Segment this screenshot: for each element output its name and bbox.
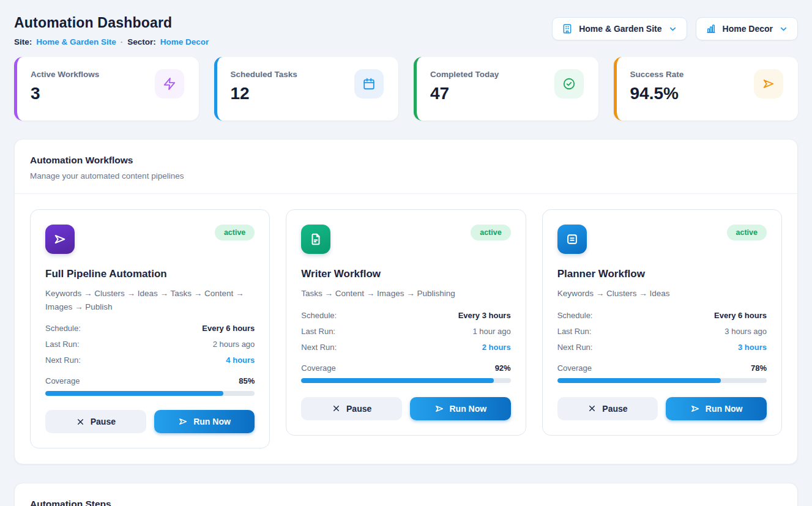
stat-card-completed-today: Completed Today 47 (414, 57, 598, 121)
last-run-value: 2 hours ago (213, 340, 255, 349)
workflow-buttons: Pause Run Now (45, 410, 255, 433)
coverage-progress-fill (45, 391, 223, 396)
stat-card-active-workflows: Active Workflows 3 (14, 57, 199, 121)
last-run-row: Last Run: 3 hours ago (557, 327, 767, 336)
page-header: Automation Dashboard Site: Home & Garden… (14, 15, 798, 47)
workflows-section-header: Automation Workflows Manage your automat… (15, 140, 797, 194)
send-icon (178, 417, 188, 426)
run-now-button[interactable]: Run Now (666, 397, 767, 420)
pause-button-label: Pause (346, 404, 371, 414)
workflow-card-planner: active Planner Workflow Keywords → Clust… (542, 209, 782, 436)
stat-card-success-rate: Success Rate 94.5% (614, 57, 799, 121)
coverage-label: Coverage (557, 363, 592, 373)
sector-link[interactable]: Home Decor (160, 37, 209, 47)
workflow-card-top: active (301, 225, 510, 254)
schedule-label: Schedule: (45, 324, 81, 333)
building-icon (562, 23, 573, 34)
file-icon (301, 225, 330, 254)
coverage-progress-fill (301, 378, 494, 383)
status-badge: active (215, 225, 255, 240)
last-run-label: Last Run: (45, 340, 80, 349)
workflow-card-writer: active Writer Workflow Tasks → Content →… (286, 209, 526, 436)
run-now-button[interactable]: Run Now (410, 397, 511, 420)
last-run-label: Last Run: (557, 327, 592, 336)
schedule-value: Every 3 hours (458, 311, 511, 320)
coverage-row: Coverage 92% (301, 363, 510, 373)
workflow-title: Writer Workflow (301, 268, 510, 280)
schedule-value: Every 6 hours (202, 324, 255, 333)
schedule-label: Schedule: (557, 311, 593, 320)
send-icon (690, 404, 700, 414)
steps-section-header: Automation Steps Configure which steps a… (15, 483, 797, 506)
site-dropdown[interactable]: Home & Garden Site (552, 17, 687, 40)
coverage-progress-track (301, 378, 510, 383)
x-icon (76, 417, 85, 426)
workflow-description: Keywords → Clusters → Ideas (557, 287, 767, 300)
schedule-row: Schedule: Every 6 hours (45, 324, 255, 333)
site-link[interactable]: Home & Garden Site (36, 37, 116, 47)
next-run-value: 4 hours (226, 355, 255, 365)
pause-button[interactable]: Pause (557, 397, 658, 420)
workflow-description: Keywords → Clusters → Ideas → Tasks → Co… (45, 287, 255, 313)
next-run-label: Next Run: (301, 343, 337, 352)
workflow-meta: Schedule: Every 6 hours Last Run: 3 hour… (557, 311, 767, 352)
send-icon (434, 404, 444, 414)
pause-button[interactable]: Pause (45, 410, 146, 433)
header-actions: Home & Garden Site Home Decor (552, 17, 798, 40)
workflow-card-top: active (45, 225, 255, 254)
last-run-value: 3 hours ago (724, 327, 767, 336)
chevron-down-icon (779, 24, 788, 34)
check-circle-icon (554, 69, 584, 99)
coverage-progress-fill (557, 378, 721, 383)
run-now-button-label: Run Now (706, 404, 743, 414)
workflow-description: Tasks → Content → Images → Publishing (301, 287, 510, 300)
coverage-progress-track (557, 378, 767, 383)
next-run-row: Next Run: 3 hours (557, 343, 767, 352)
workflow-meta: Schedule: Every 6 hours Last Run: 2 hour… (45, 324, 255, 365)
sector-dropdown[interactable]: Home Decor (696, 17, 798, 40)
lightning-icon (155, 69, 184, 99)
breadcrumb: Site: Home & Garden Site · Sector: Home … (14, 37, 209, 47)
last-run-row: Last Run: 1 hour ago (301, 327, 510, 336)
workflows-section: Automation Workflows Manage your automat… (14, 139, 798, 464)
stat-card-scheduled-tasks: Scheduled Tasks 12 (214, 57, 399, 121)
workflow-meta: Schedule: Every 3 hours Last Run: 1 hour… (301, 311, 510, 352)
last-run-value: 1 hour ago (472, 327, 510, 336)
run-now-button-label: Run Now (450, 404, 487, 414)
schedule-row: Schedule: Every 6 hours (557, 311, 767, 320)
workflows-section-title: Automation Workflows (30, 155, 782, 166)
x-icon (332, 404, 341, 413)
next-run-row: Next Run: 4 hours (45, 355, 255, 365)
last-run-row: Last Run: 2 hours ago (45, 340, 255, 349)
coverage-row: Coverage 78% (557, 363, 767, 373)
coverage-label: Coverage (45, 376, 80, 385)
separator-dot: · (121, 37, 124, 47)
sector-dropdown-label: Home Decor (723, 24, 773, 34)
workflow-title: Full Pipeline Automation (45, 268, 255, 280)
next-run-value: 3 hours (738, 343, 767, 352)
pause-button-label: Pause (91, 417, 116, 426)
list-icon (557, 225, 587, 254)
status-badge: active (471, 225, 510, 240)
stats-row: Active Workflows 3 Scheduled Tasks 12 Co… (14, 57, 798, 121)
send-icon (754, 69, 783, 99)
steps-section: Automation Steps Configure which steps a… (14, 483, 798, 506)
coverage-value: 92% (495, 363, 511, 373)
schedule-row: Schedule: Every 3 hours (301, 311, 510, 320)
workflow-grid: active Full Pipeline Automation Keywords… (15, 194, 797, 464)
workflow-title: Planner Workflow (557, 268, 767, 280)
sector-label: Sector: (127, 37, 156, 47)
next-run-label: Next Run: (557, 343, 593, 352)
workflow-buttons: Pause Run Now (301, 397, 510, 420)
workflow-card-top: active (557, 225, 767, 254)
workflow-card-full-pipeline: active Full Pipeline Automation Keywords… (30, 209, 270, 448)
calendar-icon (354, 69, 384, 99)
next-run-value: 2 hours (482, 343, 511, 352)
coverage-label: Coverage (301, 363, 335, 373)
bar-chart-icon (706, 23, 717, 34)
site-label: Site: (14, 37, 32, 47)
pause-button[interactable]: Pause (301, 397, 402, 420)
send-icon (45, 225, 75, 254)
page-title: Automation Dashboard (14, 15, 209, 31)
run-now-button[interactable]: Run Now (154, 410, 255, 433)
